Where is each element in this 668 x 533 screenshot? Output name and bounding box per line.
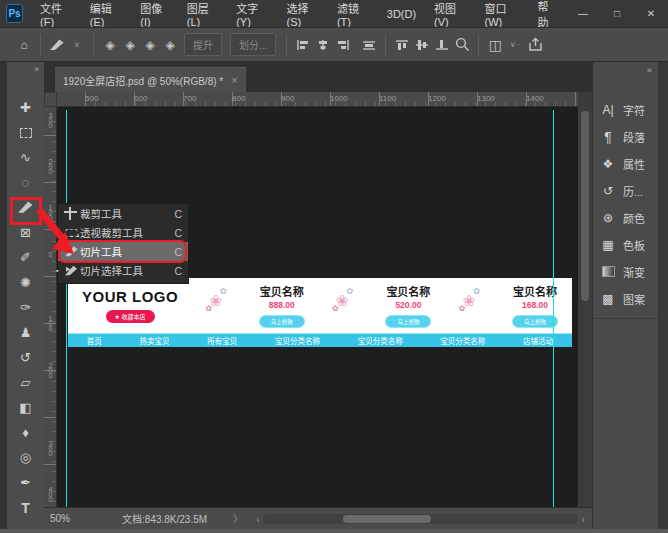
pen-tool[interactable]: ✒ bbox=[7, 470, 44, 495]
banner-nav-bar: 首页 热卖宝贝 所有宝贝 宝贝分类名称 宝贝分类名称 宝贝分类名称 店铺活动 bbox=[68, 333, 572, 347]
panel-tab-gradients[interactable]: 渐变 bbox=[593, 258, 658, 285]
align-top-icon[interactable] bbox=[392, 33, 412, 57]
horizontal-scrollbar-thumb[interactable] bbox=[343, 515, 431, 523]
document-tab[interactable]: 1920全屏店招.psd @ 50%(RGB/8) * × bbox=[55, 67, 246, 92]
marquee-tool[interactable] bbox=[7, 120, 44, 145]
ruler-label: 1000 bbox=[330, 94, 348, 103]
paragraph-panel-icon: ¶ bbox=[593, 129, 623, 145]
menu-type[interactable]: 文字(Y) bbox=[227, 0, 277, 27]
favorite-store-badge: ★ 收藏本店 bbox=[106, 310, 155, 323]
vertical-scrollbar-thumb[interactable] bbox=[581, 111, 589, 301]
vertical-scrollbar[interactable] bbox=[578, 107, 592, 507]
distribute-vertical-icon[interactable] bbox=[412, 33, 432, 57]
gradient-bucket-tool[interactable]: ◧ bbox=[7, 395, 44, 420]
align-left-icon[interactable] bbox=[293, 33, 313, 57]
minimize-icon[interactable]: — bbox=[566, 3, 600, 25]
eraser-tool[interactable]: ▱ bbox=[7, 370, 44, 395]
ruler-label: 500 bbox=[85, 94, 98, 103]
menu-layer[interactable]: 图层(L) bbox=[178, 0, 227, 27]
panel-tab-patterns[interactable]: ▩ 图案 bbox=[593, 285, 658, 312]
align-bottom-icon[interactable] bbox=[432, 33, 452, 57]
menu-item-label: 裁剪工具 bbox=[80, 206, 170, 221]
menu-help[interactable]: 帮助 bbox=[529, 0, 566, 27]
menu-3d[interactable]: 3D(D) bbox=[378, 0, 425, 27]
maximize-icon[interactable]: □ bbox=[600, 3, 634, 25]
ruler-label: 600 bbox=[134, 94, 147, 103]
close-icon[interactable]: ✕ bbox=[634, 3, 668, 25]
clone-stamp-tool[interactable]: ♟ bbox=[7, 320, 44, 345]
type-icon: T bbox=[21, 501, 30, 515]
ruler-label: 300 bbox=[47, 112, 54, 127]
panel-tab-character[interactable]: A| 字符 bbox=[593, 96, 658, 123]
panel-tab-history[interactable]: ↺ 历... bbox=[593, 177, 658, 204]
panel-collapse-icon[interactable]: « bbox=[593, 62, 658, 80]
scroll-left-icon[interactable]: ‹ bbox=[253, 513, 263, 525]
panel-tab-swatches[interactable]: ▦ 色板 bbox=[593, 231, 658, 258]
align-right-icon[interactable] bbox=[333, 33, 353, 57]
ruler-label: 200 bbox=[47, 158, 54, 173]
menu-item-slice-select-tool[interactable]: ▪ 切片选择工具 C bbox=[58, 261, 188, 280]
scroll-right-icon[interactable]: › bbox=[578, 513, 588, 525]
menu-select[interactable]: 选择(S) bbox=[278, 0, 328, 27]
healing-brush-icon: ✺ bbox=[20, 276, 31, 289]
photoshop-window: Ps 文件(F) 编辑(E) 图像(I) 图层(L) 文字(Y) 选择(S) 滤… bbox=[0, 0, 668, 533]
menu-image[interactable]: 图像(I) bbox=[131, 0, 178, 27]
dodge-tool[interactable]: ◎ bbox=[7, 445, 44, 470]
menu-item-shortcut: C bbox=[174, 265, 182, 277]
brush-tool[interactable]: ✑ bbox=[7, 295, 44, 320]
eraser-icon: ▱ bbox=[21, 376, 31, 389]
object-selection-icon: ◌ bbox=[22, 176, 30, 189]
window-bottom-edge bbox=[0, 529, 668, 533]
history-brush-tool[interactable]: ↺ bbox=[7, 345, 44, 370]
search-icon[interactable] bbox=[452, 33, 472, 57]
promote-button[interactable]: 提升 bbox=[184, 33, 222, 56]
horizontal-scrollbar[interactable]: ‹ › bbox=[253, 512, 588, 526]
menu-filter[interactable]: 滤镜(T) bbox=[328, 0, 378, 27]
toolbar-collapse-icon[interactable]: » bbox=[7, 62, 44, 78]
divide-button[interactable]: 划分... bbox=[230, 33, 276, 56]
document-tab-title: 1920全屏店招.psd @ 50%(RGB/8) * bbox=[63, 73, 223, 88]
vertical-ruler[interactable]: 300 200 100 0 100 200 300 400 bbox=[44, 107, 57, 507]
zoom-level-field[interactable]: 50% bbox=[50, 513, 70, 524]
panel-tab-properties[interactable]: ❖ 属性 bbox=[593, 150, 658, 177]
banner-header: YOUR LOGO ★ 收藏本店 ✿❀✿ 宝贝名称 888.00 马上抢购 ✿❀… bbox=[68, 278, 572, 333]
menu-edit[interactable]: 编辑(E) bbox=[81, 0, 131, 27]
horizontal-ruler[interactable]: 500 600 700 800 900 1000 1100 1200 1300 … bbox=[57, 92, 578, 107]
align-center-horizontal-icon[interactable] bbox=[313, 33, 333, 57]
toolbar-gutter bbox=[0, 62, 7, 533]
healing-brush-tool[interactable]: ✺ bbox=[7, 270, 44, 295]
object-selection-tool[interactable]: ◌ bbox=[7, 170, 44, 195]
slice-tool-current-icon[interactable] bbox=[47, 33, 67, 57]
home-icon[interactable]: ⌂ bbox=[14, 33, 34, 57]
workspace-icon[interactable]: ◫ bbox=[485, 33, 505, 57]
gradients-panel-icon bbox=[602, 266, 615, 277]
product-price: 888.00 bbox=[259, 300, 305, 310]
status-chevron-icon[interactable]: 〉 bbox=[233, 511, 243, 526]
blur-icon: ♦ bbox=[22, 426, 29, 439]
lasso-tool[interactable]: ∿ bbox=[7, 145, 44, 170]
slice-badge-icon-2: ◈ bbox=[120, 33, 140, 57]
panel-label: 属性 bbox=[623, 156, 645, 172]
more-options-icon[interactable]: ∨·· bbox=[505, 33, 525, 57]
panel-tab-color[interactable]: ⊛ 颜色 bbox=[593, 204, 658, 231]
menu-window[interactable]: 窗口(W) bbox=[476, 0, 529, 27]
horizontal-scrollbar-track[interactable] bbox=[263, 514, 578, 524]
product-price: 520.00 bbox=[385, 300, 431, 310]
favorite-store-label: 收藏本店 bbox=[122, 314, 146, 320]
panel-tab-paragraph[interactable]: ¶ 段落 bbox=[593, 123, 658, 150]
menu-file[interactable]: 文件(F) bbox=[31, 0, 81, 27]
type-tool[interactable]: T bbox=[7, 495, 44, 520]
blur-tool[interactable]: ♦ bbox=[7, 420, 44, 445]
share-export-icon[interactable] bbox=[525, 33, 545, 57]
menu-item-shortcut: C bbox=[174, 208, 182, 220]
tab-close-icon[interactable]: × bbox=[231, 74, 237, 86]
right-panel-dock: « A| 字符 ¶ 段落 ❖ 属性 ↺ 历... ⊛ 颜色 ▦ 色板 渐变 bbox=[592, 62, 658, 531]
slice-badge-icon-4: ◈ bbox=[160, 33, 180, 57]
product-card: 宝贝名称 168.00 马上抢购 bbox=[512, 283, 558, 329]
menu-view[interactable]: 视图(V) bbox=[425, 0, 475, 27]
chevron-down-icon[interactable]: ∨ bbox=[67, 33, 87, 57]
swatches-panel-icon: ▦ bbox=[593, 238, 623, 252]
move-tool[interactable]: ✚ bbox=[7, 95, 44, 120]
align-middle-icon[interactable] bbox=[359, 33, 379, 57]
panel-label: 图案 bbox=[623, 291, 645, 307]
